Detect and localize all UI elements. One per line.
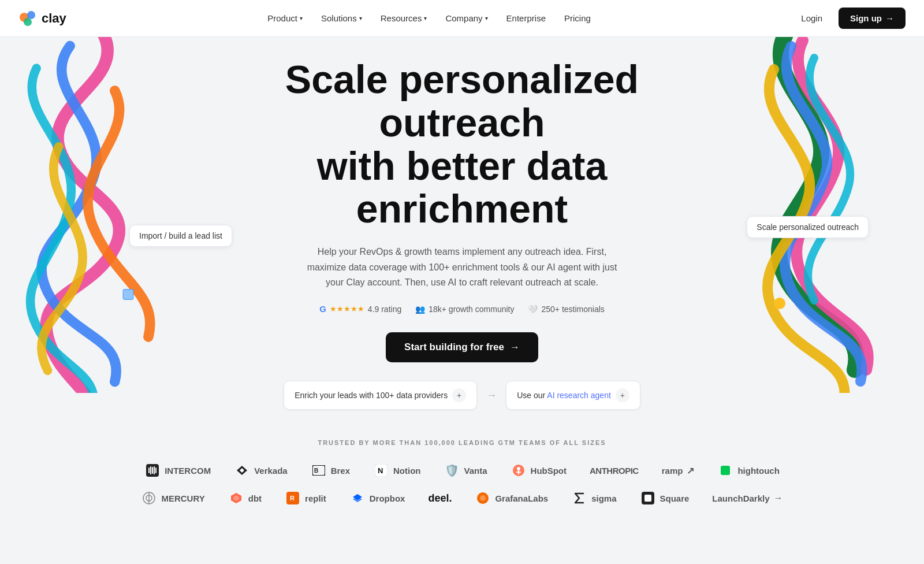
hubspot-icon <box>511 462 527 478</box>
hero-title: Scale personalized outreach with better … <box>225 58 699 231</box>
arrow-icon: → <box>510 342 520 353</box>
chip-ai-research: Use our AI research agent + <box>506 381 640 410</box>
logos-row-2: MERCURY dbt R replit Dropbox deel. <box>0 490 924 518</box>
logo[interactable]: clay <box>18 9 66 28</box>
clay-logo-icon <box>18 9 37 28</box>
logo-mercury: MERCURY <box>141 490 204 506</box>
stat-community: 👥 18k+ growth community <box>415 305 514 314</box>
svg-point-1 <box>27 11 35 19</box>
svg-rect-7 <box>150 466 151 474</box>
trusted-section: TRUSTED BY MORE THAN 100,000 LEADING GTM… <box>0 416 924 527</box>
verkada-icon <box>234 462 250 478</box>
stars: ★★★★★ <box>330 305 364 313</box>
chip-enrich: Enrich your leads with 100+ data provide… <box>284 381 477 410</box>
notion-icon: N <box>373 462 389 478</box>
logo-intercom: INTERCOM <box>144 462 211 478</box>
svg-rect-19 <box>721 466 730 475</box>
svg-text:B: B <box>314 467 318 474</box>
plus-icon[interactable]: + <box>616 388 629 402</box>
chevron-down-icon: ▾ <box>300 15 303 21</box>
nav-company[interactable]: Company ▾ <box>437 9 495 28</box>
logo-hightouch: hightouch <box>717 462 779 478</box>
vanta-icon: 🛡️ <box>444 462 460 478</box>
svg-text:R: R <box>290 495 295 502</box>
logo-verkada: Verkada <box>234 462 288 478</box>
stat-testimonials: 🤍 250+ testimonials <box>528 305 604 314</box>
arrow-separator: → <box>486 389 497 402</box>
logos-row-1: INTERCOM Verkada B Brex N Notion 🛡️ Vant… <box>0 462 924 490</box>
signup-button[interactable]: Sign up → <box>839 8 906 29</box>
logo-hubspot: HubSpot <box>511 462 567 478</box>
chevron-down-icon: ▾ <box>424 15 427 21</box>
nav-right: Login Sign up → <box>792 8 906 29</box>
nav-product[interactable]: Product ▾ <box>259 9 311 28</box>
dbt-icon <box>228 490 244 506</box>
logo-text: clay <box>42 11 66 26</box>
svg-rect-8 <box>152 467 153 474</box>
launchdarkly-arrow-icon: → <box>774 493 783 503</box>
mercury-icon <box>141 490 157 506</box>
chevron-down-icon: ▾ <box>359 15 362 21</box>
hero-chips: Enrich your leads with 100+ data provide… <box>0 381 924 410</box>
sigma-icon <box>571 490 587 506</box>
svg-text:N: N <box>378 466 383 475</box>
logo-notion: N Notion <box>373 462 420 478</box>
heart-icon: 🤍 <box>528 305 538 314</box>
hero-section: Scale personalized outreach with better … <box>0 0 924 416</box>
logo-square: Square <box>640 490 690 506</box>
svg-rect-30 <box>644 495 651 502</box>
svg-point-16 <box>517 467 520 470</box>
arrow-icon: → <box>885 13 894 23</box>
nav-links: Product ▾ Solutions ▾ Resources ▾ Compan… <box>259 9 599 28</box>
hero-stats: G ★★★★★ 4.9 rating 👥 18k+ growth communi… <box>0 304 924 314</box>
logo-brex: B Brex <box>311 462 350 478</box>
logo-launchdarkly: LaunchDarkly → <box>712 493 783 503</box>
ai-research-link[interactable]: AI research agent <box>547 391 611 400</box>
svg-point-28 <box>480 495 486 501</box>
square-icon <box>640 490 656 506</box>
intercom-icon <box>144 462 161 478</box>
chevron-down-icon: ▾ <box>485 15 488 21</box>
brex-icon: B <box>311 462 327 478</box>
nav-solutions[interactable]: Solutions ▾ <box>313 9 370 28</box>
logo-vanta: 🛡️ Vanta <box>444 462 487 478</box>
logo-grafana: GrafanaLabs <box>475 490 548 506</box>
trusted-label: TRUSTED BY MORE THAN 100,000 LEADING GTM… <box>0 439 924 446</box>
nav-resources[interactable]: Resources ▾ <box>372 9 435 28</box>
community-icon: 👥 <box>415 305 425 314</box>
logo-sigma: sigma <box>571 490 616 506</box>
navigation: clay Product ▾ Solutions ▾ Resources ▾ C… <box>0 0 924 37</box>
login-button[interactable]: Login <box>792 9 832 28</box>
logo-ramp: ramp ↗ <box>662 465 695 476</box>
cta-button[interactable]: Start building for free → <box>386 332 538 362</box>
svg-rect-6 <box>148 467 150 473</box>
hightouch-icon <box>717 462 733 478</box>
ramp-icon: ↗ <box>687 465 694 476</box>
plus-icon[interactable]: + <box>452 388 466 402</box>
svg-rect-10 <box>155 467 157 473</box>
logo-deel: deel. <box>428 492 452 504</box>
hero-subtitle: Help your RevOps & growth teams implemen… <box>306 244 618 290</box>
dropbox-icon <box>349 490 366 506</box>
logo-dropbox: Dropbox <box>349 490 405 506</box>
replit-icon: R <box>285 490 301 506</box>
logo-dbt: dbt <box>228 490 262 506</box>
logo-replit: R replit <box>285 490 326 506</box>
stat-rating: G ★★★★★ 4.9 rating <box>319 304 401 314</box>
svg-point-2 <box>24 18 32 26</box>
google-icon: G <box>319 304 326 314</box>
nav-enterprise[interactable]: Enterprise <box>498 9 554 28</box>
svg-rect-9 <box>154 466 155 474</box>
logo-anthropic: ANTHROPIC <box>590 466 639 476</box>
grafana-icon <box>475 490 491 506</box>
nav-pricing[interactable]: Pricing <box>556 9 599 28</box>
